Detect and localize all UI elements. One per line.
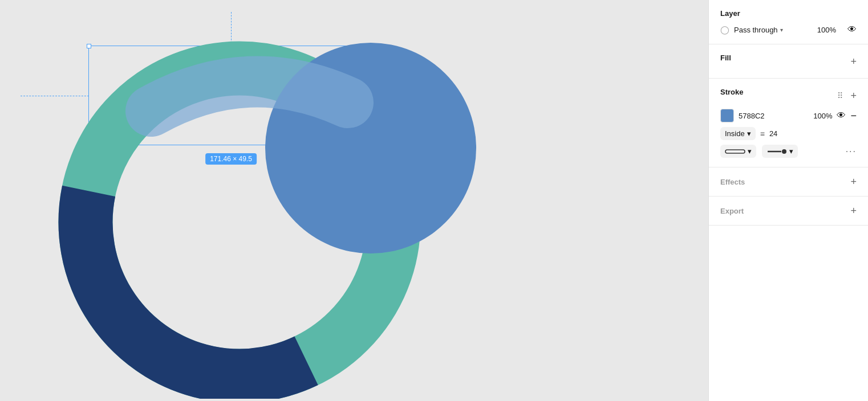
effects-add-button[interactable]: + [850,177,857,187]
export-add-button[interactable]: + [850,206,857,216]
illustration-svg [46,11,536,399]
export-section: Export + [709,197,868,226]
stroke-title: Stroke [720,88,743,96]
layer-opacity: 100% [817,26,836,34]
stroke-more-options-button[interactable]: ··· [846,146,857,157]
svg-point-5 [782,149,786,154]
stroke-dash-select[interactable]: ▾ [762,145,798,158]
dash-chevron: ▾ [789,147,793,156]
cap-preview-icon [725,148,745,155]
fill-add-button[interactable]: + [850,56,857,67]
effects-section: Effects + [709,167,868,197]
blend-mode-icon: ◯ [720,25,729,34]
right-panel: Layer ◯ Pass through ▾ 100% 👁 Fill + Str… [708,0,868,401]
cap-chevron: ▾ [748,147,752,156]
export-header: Export + [720,206,857,216]
effects-title: Effects [720,178,745,186]
blend-mode-select[interactable]: Pass through ▾ [734,26,813,34]
illustration [46,11,536,401]
svg-rect-3 [725,150,745,153]
stroke-position-value: Inside [725,129,745,138]
fill-section: Fill + [709,44,868,79]
stroke-header: Stroke ⠿ + [720,88,857,103]
fill-header: Fill + [720,54,857,69]
stroke-color-swatch[interactable] [720,109,734,122]
effects-header: Effects + [720,177,857,187]
export-title: Export [720,207,744,215]
stroke-color-row: 5788C2 100% 👁 − [720,109,857,122]
stroke-position-select[interactable]: Inside ▾ [720,127,756,140]
canvas[interactable]: 171.46 × 49.5 [0,0,708,401]
layer-title: Layer [720,9,857,18]
blend-mode-value: Pass through [734,26,778,34]
stroke-remove-button[interactable]: − [850,110,857,122]
stroke-add-button[interactable]: + [850,91,857,101]
dash-preview-icon [766,148,787,155]
stroke-hex-value[interactable]: 5788C2 [739,112,809,120]
layer-section: Layer ◯ Pass through ▾ 100% 👁 [709,0,868,44]
stroke-section: Stroke ⠿ + 5788C2 100% 👁 − Inside ▾ ≡ 24 [709,79,868,167]
stroke-cap-row: ▾ ▾ ··· [720,145,857,158]
stroke-more-button[interactable]: ⠿ [837,91,843,100]
stroke-style-icon: ≡ [760,129,765,138]
stroke-cap-select[interactable]: ▾ [720,145,756,158]
fill-title: Fill [720,54,731,62]
stroke-visibility-icon[interactable]: 👁 [837,111,846,121]
stroke-width-value: 24 [769,129,777,138]
blend-mode-row: ◯ Pass through ▾ 100% 👁 [720,24,857,35]
stroke-options-row: Inside ▾ ≡ 24 [720,127,857,140]
stroke-opacity: 100% [813,112,832,120]
blend-mode-chevron: ▾ [780,27,783,33]
layer-visibility-icon[interactable]: 👁 [847,24,857,35]
stroke-position-chevron: ▾ [747,129,751,138]
